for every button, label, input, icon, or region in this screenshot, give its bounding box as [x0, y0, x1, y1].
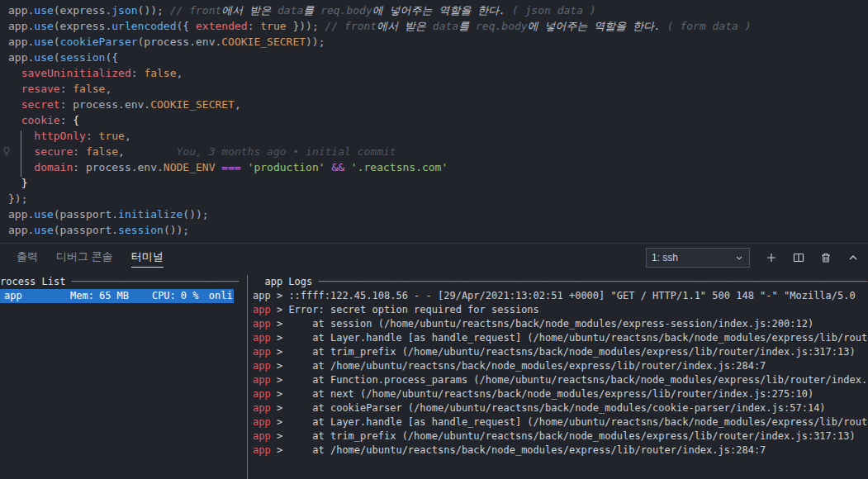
code-line: cookie: { [8, 112, 868, 128]
log-line: app > at next (/home/ubuntu/reactsns/bac… [253, 387, 868, 401]
code-line: domain: process.env.NODE_ENV === 'produc… [8, 159, 868, 175]
logs-title: app Logs [253, 276, 318, 287]
code-line: saveUninitialized: false, [8, 65, 868, 81]
bottom-panel: 출력디버그 콘솔터미널 1: ssh rocess List ─────────… [0, 243, 868, 479]
code-line: httpOnly: true, [8, 128, 868, 144]
process-row: appMem:65 MBCPU:0 %onli [0, 289, 234, 303]
panel-actions: 1: ssh [646, 244, 863, 271]
logs-dashes: ────────────────────────────────────────… [318, 276, 867, 287]
logs-header: app Logs ───────────────────────────────… [253, 275, 868, 289]
terminal-view[interactable]: rocess List ────────────────────────────… [0, 271, 868, 479]
code-line: secret: process.env.COOKIE_SECRET, [8, 97, 868, 112]
code-line: secure: false, You, 3 months ago • initi… [8, 144, 868, 159]
log-line: app > at /home/ubuntu/reactsns/back/node… [253, 359, 868, 373]
code-lines: app.use(express.json()); // front에서 받은 d… [8, 2, 868, 238]
log-line: app > at cookieParser (/home/ubuntu/reac… [253, 401, 868, 415]
panel-tabs: 출력디버그 콘솔터미널 [0, 244, 173, 271]
code-line: } [8, 175, 868, 191]
code-line: app.use(cookieParser(process.env.COOKIE_… [8, 34, 868, 50]
code-line: app.use(express.json()); // front에서 받은 d… [8, 2, 868, 18]
logs-pane: app Logs ───────────────────────────────… [248, 275, 868, 479]
log-line: app > ::ffff:122.45.108.56 - - [29/Apr/2… [253, 289, 868, 303]
process-list-dashes: ──────────────────────────── [72, 276, 239, 287]
chevron-down-icon [734, 253, 744, 263]
panel-tab-output[interactable]: 출력 [17, 247, 38, 268]
code-line: }); [8, 191, 868, 206]
code-line: resave: false, [8, 81, 868, 97]
log-line: app > at Layer.handle [as handle_request… [253, 331, 868, 345]
new-terminal-button[interactable] [761, 248, 781, 268]
process-list-title: rocess List [0, 276, 72, 287]
trash-icon [819, 251, 832, 264]
process-list-pane: rocess List ────────────────────────────… [0, 275, 248, 479]
cpu-label: CPU: [152, 290, 176, 301]
maximize-panel-button[interactable] [843, 248, 863, 268]
kill-terminal-button[interactable] [816, 248, 836, 268]
code-line: app.use(passport.initialize()); [8, 206, 868, 222]
log-line: app > at /home/ubuntu/reactsns/back/node… [253, 443, 868, 458]
panel-tab-terminal[interactable]: 터미널 [131, 247, 164, 268]
cpu-value: 0 % [181, 289, 209, 303]
log-line: app > at trim_prefix (/home/ubuntu/react… [253, 345, 868, 359]
plus-icon [765, 251, 778, 264]
terminal-picker-value: 1: ssh [652, 252, 678, 263]
code-line: app.use(express.urlencoded({ extended: t… [8, 18, 868, 34]
log-line: app > Error: secret option required for … [253, 303, 868, 317]
process-status: onli [209, 290, 233, 301]
terminal-picker-dropdown[interactable]: 1: ssh [646, 248, 750, 268]
mem-value: 65 MB [99, 289, 152, 303]
code-editor[interactable]: app.use(express.json()); // front에서 받은 d… [0, 0, 868, 243]
split-terminal-button[interactable] [789, 248, 809, 268]
code-line: app.use(session({ [8, 50, 868, 65]
log-line: app > at session (/home/ubuntu/reactsns/… [253, 317, 868, 331]
log-line: app > at Layer.handle [as handle_request… [253, 415, 868, 429]
log-line: app > at trim_prefix (/home/ubuntu/react… [253, 429, 868, 443]
split-icon [792, 251, 805, 264]
mem-label: Mem: [70, 290, 94, 301]
process-name: app [0, 289, 70, 303]
log-line: app > at Function.process_params (/home/… [253, 373, 868, 387]
active-indent-guide [21, 130, 21, 177]
chevron-up-icon [847, 251, 860, 264]
panel-tab-bar: 출력디버그 콘솔터미널 1: ssh [0, 244, 868, 271]
panel-tab-debug-console[interactable]: 디버그 콘솔 [56, 247, 113, 268]
log-lines: app > ::ffff:122.45.108.56 - - [29/Apr/2… [253, 289, 868, 458]
lightbulb-icon[interactable] [1, 145, 12, 157]
code-line: app.use(passport.session()); [8, 222, 868, 238]
process-list-header: rocess List ──────────────────────────── [0, 275, 247, 289]
